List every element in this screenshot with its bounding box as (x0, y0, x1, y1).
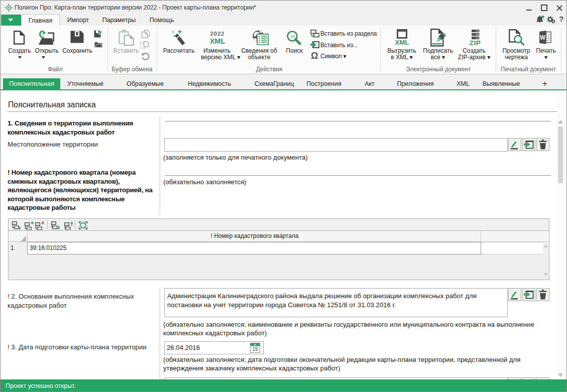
svg-text:W: W (540, 34, 546, 41)
svg-text::12: :12 (289, 34, 295, 39)
svg-text:15: 15 (252, 346, 258, 352)
